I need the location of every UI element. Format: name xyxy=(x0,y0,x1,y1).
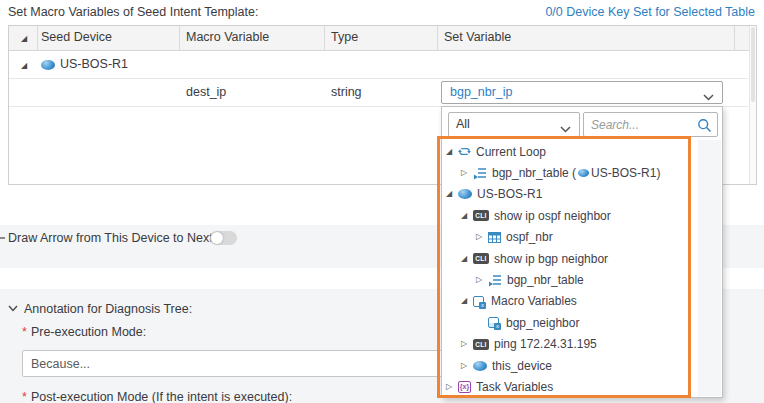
device-name: US-BOS-R1 xyxy=(60,57,128,71)
tree-item-this-device[interactable]: ▷this_device xyxy=(442,355,698,376)
tree-item-show-ip-ospf-neighbor[interactable]: ◢CLIshow ip ospf neighbor xyxy=(442,205,698,226)
tree-item-macro-variables[interactable]: ◢xMacro Variables xyxy=(442,291,698,312)
chevron-down-icon xyxy=(560,122,571,136)
variable-tree: ◢Current Loop▷bgp_nbr_table (US-BOS-R1)◢… xyxy=(442,141,698,396)
device-icon xyxy=(473,361,487,371)
cli-icon: CLI xyxy=(473,210,489,221)
collapse-icon[interactable]: ◢ xyxy=(446,146,458,158)
cli-icon: CLI xyxy=(473,253,489,264)
device-icon xyxy=(458,189,472,199)
expand-icon[interactable]: ▷ xyxy=(476,274,488,286)
set-variable-value: bgp_nbr_ip xyxy=(450,85,513,99)
column-divider xyxy=(37,26,38,51)
page: Set Macro Variables of Seed Intent Templ… xyxy=(0,0,764,403)
draw-arrow-label: Draw Arrow from This Device to Next xyxy=(8,231,213,245)
post-execution-label: *Post-execution Mode (If the intent is e… xyxy=(22,390,292,403)
tree-item-bgp-nbr-table[interactable]: ▷bgp_nbr_table xyxy=(442,269,698,290)
tree-item-label: Macro Variables xyxy=(491,294,577,308)
pre-execution-label: *Pre-execution Mode: xyxy=(22,325,146,339)
grid-icon xyxy=(488,232,501,243)
tree-item-us-bos-r1[interactable]: ◢US-BOS-R1 xyxy=(442,184,698,205)
set-variable-select[interactable]: bgp_nbr_ip xyxy=(441,81,723,104)
draw-arrow-toggle[interactable] xyxy=(210,231,237,245)
tree-item-label: show ip ospf neighbor xyxy=(494,209,611,223)
var-icon: x xyxy=(488,317,499,328)
tree-item-label: US-BOS-R1 xyxy=(477,187,542,201)
tree-item-label: ping 172.24.31.195 xyxy=(494,337,597,351)
table-header-row: ◢ Seed Device Macro Variable Type Set Va… xyxy=(9,26,756,51)
tree-item-ospf-nbr[interactable]: ▷ospf_nbr xyxy=(442,227,698,248)
table-row-device[interactable]: ◢ US-BOS-R1 xyxy=(9,51,748,79)
tree-item-label: this_device xyxy=(492,359,552,373)
chevron-down-icon xyxy=(703,90,714,104)
device-icon xyxy=(578,169,589,177)
tree-item-label: Task Variables xyxy=(476,380,553,394)
column-divider xyxy=(437,26,438,51)
scope-filter-select[interactable]: All xyxy=(448,112,580,137)
tree-item-label: ospf_nbr xyxy=(506,230,553,244)
column-header-macro-variable: Macro Variable xyxy=(186,30,269,44)
collapse-row-icon[interactable]: ◢ xyxy=(21,61,27,70)
clipped-expander-icon xyxy=(0,237,5,239)
column-divider xyxy=(179,26,180,51)
tree-item-task-variables[interactable]: ▷{x}Task Variables xyxy=(442,376,698,396)
annotation-section-header[interactable]: Annotation for Diagnosis Tree: xyxy=(8,301,192,316)
page-title: Set Macro Variables of Seed Intent Templ… xyxy=(8,5,258,19)
table-arrow-icon xyxy=(473,167,487,180)
tree-item-current-loop[interactable]: ◢Current Loop xyxy=(442,141,698,162)
required-marker: * xyxy=(22,325,27,339)
tree-item-label-suffix: US-BOS-R1) xyxy=(591,166,660,180)
tree-item-label: show ip bgp neighbor xyxy=(494,252,608,266)
cli-icon: CLI xyxy=(473,339,489,350)
device-icon xyxy=(41,60,55,70)
loop-icon xyxy=(458,145,471,158)
collapse-all-icon[interactable]: ◢ xyxy=(21,34,27,43)
tree-item-label: Current Loop xyxy=(476,145,546,159)
required-marker: * xyxy=(22,390,27,403)
tree-item-label: bgp_neighbor xyxy=(506,316,579,330)
expand-icon[interactable]: ▷ xyxy=(476,231,488,243)
expand-icon[interactable]: ▷ xyxy=(461,167,473,179)
tree-item-ping-172-24-31-195[interactable]: ▷CLIping 172.24.31.195 xyxy=(442,334,698,355)
annotation-section-title: Annotation for Diagnosis Tree: xyxy=(24,302,192,316)
expand-icon[interactable]: ▷ xyxy=(461,360,473,372)
column-header-set-variable: Set Variable xyxy=(444,30,511,44)
variable-picker-panel: All ◢Current Loop▷bgp_nbr_table (US-BOS-… xyxy=(441,106,723,398)
table-scrollbar[interactable] xyxy=(749,26,756,184)
collapse-icon[interactable]: ◢ xyxy=(446,188,458,200)
tree-item-bgp-nbr-table[interactable]: ▷bgp_nbr_table (US-BOS-R1) xyxy=(442,162,698,183)
vardoc-icon: x xyxy=(473,296,484,307)
collapse-icon[interactable]: ◢ xyxy=(461,253,473,265)
expand-icon[interactable]: ▷ xyxy=(461,338,473,350)
column-header-seed-device: Seed Device xyxy=(41,30,112,44)
tree-item-label: bgp_nbr_table xyxy=(507,273,584,287)
device-key-link[interactable]: 0/0 Device Key Set for Selected Table xyxy=(545,5,755,19)
column-divider xyxy=(324,26,325,51)
expand-icon[interactable]: ▷ xyxy=(446,381,458,393)
collapse-icon[interactable]: ◢ xyxy=(461,295,473,307)
search-icon[interactable] xyxy=(697,118,712,136)
macro-variable-value: dest_ip xyxy=(186,85,226,99)
tree-scrollbar[interactable] xyxy=(698,140,721,396)
column-header-type: Type xyxy=(331,30,358,44)
search-input[interactable] xyxy=(586,115,694,134)
tree-item-bgp-neighbor[interactable]: xbgp_neighbor xyxy=(442,312,698,333)
table-scrollbar-thumb[interactable] xyxy=(751,27,755,102)
toggle-knob xyxy=(211,232,223,244)
table-arrow-icon xyxy=(488,274,502,287)
tree-item-show-ip-bgp-neighbor[interactable]: ◢CLIshow ip bgp neighbor xyxy=(442,248,698,269)
search-box xyxy=(583,112,718,137)
scope-filter-value: All xyxy=(456,117,470,131)
variable-type-value: string xyxy=(331,85,362,99)
chevron-down-icon xyxy=(8,301,18,315)
column-divider xyxy=(734,26,735,51)
collapse-icon[interactable]: ◢ xyxy=(461,210,473,222)
tree-item-label: bgp_nbr_table ( xyxy=(492,166,576,180)
taskvar-icon: {x} xyxy=(458,381,471,393)
